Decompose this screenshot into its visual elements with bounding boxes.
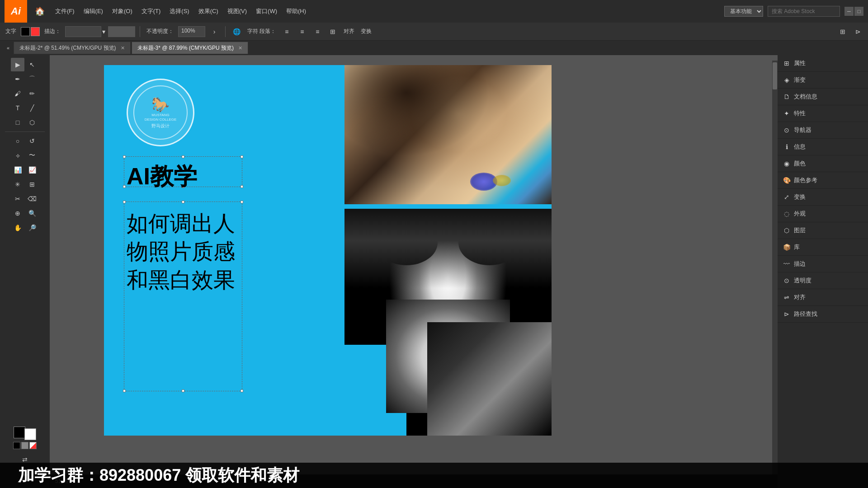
panel-pathfinder[interactable]: ⊳ 路径查找 [778, 306, 868, 323]
panel-navigator[interactable]: ⊙ 导航器 [778, 122, 868, 139]
handle2-bm[interactable] [182, 389, 184, 392]
panel-properties[interactable]: ⊞ 属性 [778, 55, 868, 72]
handle-tl[interactable] [123, 155, 126, 158]
tool-row-2: ✒ ⌒ [11, 72, 39, 86]
type-tool[interactable]: T [11, 101, 24, 115]
panel-info[interactable]: ℹ 信息 [778, 139, 868, 155]
paintbrush-tool[interactable]: 🖌 [11, 87, 24, 100]
stroke-value[interactable] [65, 26, 101, 37]
vertical-scrollbar-thumb[interactable] [773, 62, 777, 89]
direct-selection-tool[interactable]: ↖ [25, 58, 39, 71]
none-swatch[interactable] [29, 442, 37, 449]
symbol-sprayer-tool[interactable]: ✳ [11, 178, 24, 191]
handle2-tr[interactable] [241, 201, 243, 203]
fill-value[interactable] [108, 26, 135, 37]
home-button[interactable]: 🏠 [32, 3, 48, 19]
rect-tool[interactable]: □ [11, 116, 24, 129]
panel-docinfo[interactable]: 🗋 文档信息 [778, 89, 868, 105]
blend-tool[interactable]: ⟡ [11, 149, 24, 162]
minimize-button[interactable]: ─ [844, 7, 854, 16]
curvature-tool[interactable]: ⌒ [25, 72, 39, 86]
handle2-tm[interactable] [182, 201, 184, 203]
menu-file[interactable]: 文件(F) [51, 0, 79, 23]
menu-window[interactable]: 窗口(W) [251, 0, 282, 23]
tab-1-close[interactable]: ✕ [121, 45, 125, 51]
tab-2[interactable]: 未标题-3* @ 87.99% (CMYK/GPU 预览) ✕ [132, 42, 249, 54]
menu-edit[interactable]: 编辑(E) [79, 0, 108, 23]
panel-appearance[interactable]: ◌ 外观 [778, 206, 868, 222]
view-mode-icon[interactable]: ⊞ [836, 25, 849, 38]
pen-tool[interactable]: ✒ [11, 72, 24, 86]
panel-transparency[interactable]: ⊙ 透明度 [778, 272, 868, 289]
handle2-tl[interactable] [123, 201, 126, 203]
line-tool[interactable]: ╱ [25, 101, 39, 115]
rotate-tool[interactable]: ↺ [25, 134, 39, 148]
panel-gradient[interactable]: ◈ 渐变 [778, 72, 868, 89]
vertical-scrollbar[interactable] [772, 61, 778, 483]
handle-bl[interactable] [123, 185, 126, 188]
align-left-icon[interactable]: ≡ [280, 25, 293, 38]
panel-color-ref[interactable]: 🎨 颜色参考 [778, 172, 868, 189]
menu-text[interactable]: 文字(T) [137, 0, 165, 23]
black-swatch[interactable] [13, 442, 20, 449]
workspace-select[interactable]: 基本功能 [724, 6, 763, 17]
eraser-tool[interactable]: ⌫ [25, 192, 39, 206]
stroke-label: 描边： [42, 28, 62, 35]
zoom-out-tool[interactable]: 🔍 [25, 206, 39, 220]
mesh-tool[interactable]: ⊞ [25, 178, 39, 191]
panel-color[interactable]: ◉ 颜色 [778, 155, 868, 172]
tab-2-close[interactable]: ✕ [238, 45, 242, 51]
pencil-tool[interactable]: ✏ [25, 87, 39, 100]
zoom-tool[interactable]: 🔎 [25, 221, 39, 235]
handle-br[interactable] [241, 185, 243, 188]
maximize-button[interactable]: □ [854, 7, 863, 16]
menu-help[interactable]: 帮助(H) [282, 0, 311, 23]
panel-properties2-label: 特性 [794, 109, 806, 117]
gray-swatch[interactable] [21, 442, 28, 449]
transform-label: 变换 [359, 28, 373, 35]
subtitle-line1: 如何调出人 [127, 210, 235, 238]
search-input[interactable] [768, 6, 840, 17]
bar-graph-tool[interactable]: 📈 [25, 163, 39, 177]
handle-tm[interactable] [182, 155, 184, 158]
column-graph-tool[interactable]: 📊 [11, 163, 24, 177]
text-options-icon[interactable]: ⊞ [326, 25, 339, 38]
panel-library[interactable]: 📦 库 [778, 239, 868, 256]
panel-toggle-icon[interactable]: ⊳ [852, 25, 864, 38]
align-right-icon[interactable]: ≡ [311, 25, 324, 38]
globe-icon[interactable]: 🌐 [230, 25, 243, 38]
menu-view[interactable]: 视图(V) [223, 0, 251, 23]
align-center-icon[interactable]: ≡ [296, 25, 308, 38]
menu-effect[interactable]: 效果(C) [194, 0, 223, 23]
tab-collapse-button[interactable]: « [4, 41, 13, 55]
stroke-swatch[interactable] [31, 27, 40, 36]
handle-tr[interactable] [241, 155, 243, 158]
stroke-dropdown[interactable]: ▾ [65, 26, 105, 37]
selection-tool[interactable]: ▶ [11, 58, 24, 71]
ellipse-tool[interactable]: ○ [11, 134, 24, 148]
menu-select[interactable]: 选择(S) [165, 0, 193, 23]
menu-object[interactable]: 对象(O) [108, 0, 137, 23]
logo-chinese: 野马设计 [151, 123, 170, 129]
slice-tool[interactable]: ✂ [11, 192, 24, 206]
tool-row-6: ○ ↺ [11, 134, 39, 148]
zoom-tool-view[interactable]: ⊕ [11, 206, 24, 220]
background-swatch[interactable] [24, 428, 36, 440]
tab-1[interactable]: 未标题-2* @ 51.49% (CMYK/GPU 预览) ✕ [14, 42, 131, 54]
foreground-swatch[interactable] [14, 427, 25, 438]
handle2-br[interactable] [241, 389, 243, 392]
panel-transform[interactable]: ⤢ 变换 [778, 189, 868, 206]
handle2-bl[interactable] [123, 389, 126, 392]
opacity-value[interactable]: 100% [178, 26, 205, 37]
opacity-more-button[interactable]: › [208, 25, 221, 38]
shape-builder-tool[interactable]: ⬡ [25, 116, 39, 129]
panel-stroke[interactable]: 〰 描边 [778, 256, 868, 272]
canvas-area[interactable]: 🐎 MUSTANGDESIGN COLLEGE 野马设计 AI教 [50, 55, 778, 488]
hand-tool[interactable]: ✋ [11, 221, 24, 235]
tools-panel: ▶ ↖ ✒ ⌒ 🖌 ✏ T ╱ □ ⬡ ○ ↺ ⟡ 〜 📊 📈 [0, 55, 50, 488]
warp-tool[interactable]: 〜 [25, 149, 39, 162]
panel-align[interactable]: ⇌ 对齐 [778, 289, 868, 306]
panel-layers[interactable]: ⬡ 图层 [778, 222, 868, 239]
panel-properties2[interactable]: ✦ 特性 [778, 105, 868, 122]
fill-swatch[interactable] [21, 27, 30, 36]
